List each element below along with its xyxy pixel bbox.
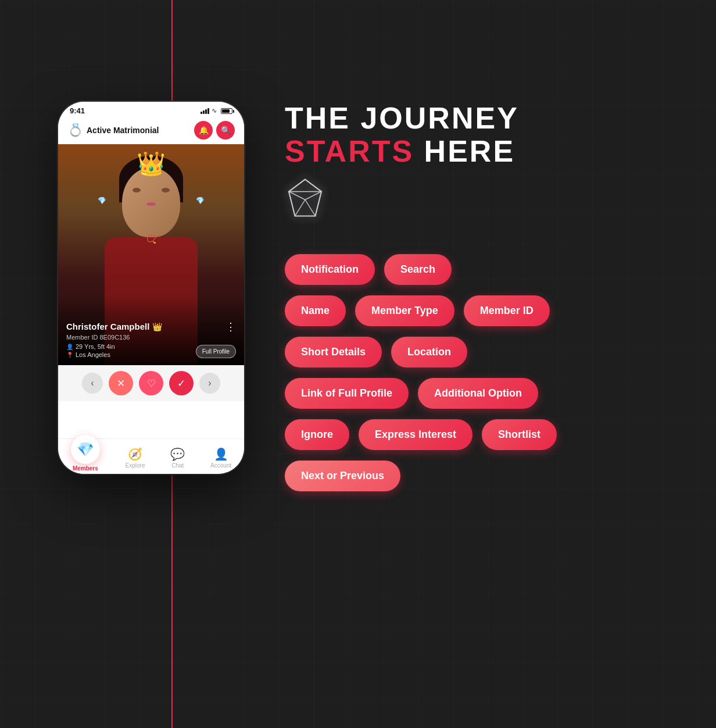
- name-pill[interactable]: Name: [285, 295, 346, 326]
- heart-action-button[interactable]: ♡: [139, 371, 163, 395]
- members-icon: 💎: [71, 435, 100, 464]
- app-title: Active Matrimonial: [87, 126, 159, 135]
- account-icon: 👤: [214, 447, 228, 461]
- svg-line-3: [295, 200, 306, 216]
- svg-marker-0: [289, 180, 321, 216]
- status-time: 9:41: [70, 106, 85, 115]
- check-action-button[interactable]: ✓: [169, 371, 194, 395]
- explore-icon: 🧭: [128, 447, 142, 461]
- profile-name-group: Christofer Campbell 👑: [66, 322, 162, 332]
- nav-account[interactable]: 👤 Account: [210, 447, 231, 469]
- app-header: 💍 Active Matrimonial 🔔 🔍: [58, 117, 244, 144]
- crown-decoration: 👑: [137, 150, 166, 177]
- next-button[interactable]: ›: [199, 373, 220, 394]
- nav-chat[interactable]: 💬 Chat: [170, 447, 185, 469]
- hero-line-1: THE JOURNEY: [285, 102, 681, 135]
- member-type-pill[interactable]: Member Type: [355, 295, 454, 326]
- ignore-action-button[interactable]: ✕: [109, 371, 133, 395]
- pills-row-4: Link of Full Profile Additional Option: [285, 378, 681, 409]
- profile-info-overlay: Christofer Campbell 👑 ⋮ Member ID 8E09C1…: [58, 297, 244, 365]
- full-profile-button[interactable]: Full Profile: [196, 345, 236, 358]
- necklace-icon: 📿: [146, 234, 156, 244]
- search-button[interactable]: 🔍: [216, 121, 235, 140]
- diamond-decoration: [285, 177, 681, 225]
- ignore-pill[interactable]: Ignore: [285, 419, 349, 450]
- header-icons: 🔔 🔍: [194, 121, 235, 140]
- chat-icon: 💬: [170, 447, 185, 461]
- face: [122, 167, 180, 237]
- shortlist-pill[interactable]: Shortlist: [482, 419, 557, 450]
- nav-members[interactable]: 💎 Members: [71, 444, 100, 472]
- explore-label: Explore: [126, 462, 145, 469]
- prev-button[interactable]: ‹: [82, 373, 103, 394]
- rings-icon: 💍: [67, 123, 83, 138]
- phone-frame: 9:41 ∿ 💍 Active Matrimonial: [58, 102, 244, 474]
- status-icons: ∿: [201, 107, 232, 115]
- svg-marker-1: [289, 180, 321, 200]
- signal-icon: [201, 108, 209, 114]
- profile-image-area: 👑 📿 💎 💎: [58, 144, 244, 365]
- members-label: Members: [73, 465, 98, 472]
- left-earring: 💎: [98, 197, 106, 205]
- location-icon: 📍: [66, 352, 73, 358]
- wifi-icon: ∿: [212, 107, 217, 115]
- profile-name: Christofer Campbell: [66, 322, 149, 331]
- app-logo: 💍 Active Matrimonial: [67, 123, 159, 138]
- right-content-area: THE JOURNEY STARTS HERE Notification Sea…: [285, 102, 681, 491]
- pills-row-1: Notification Search: [285, 254, 681, 285]
- nav-explore[interactable]: 🧭 Explore: [126, 447, 145, 469]
- more-options-icon[interactable]: ⋮: [225, 320, 236, 333]
- person-icon: 👤: [66, 344, 73, 350]
- account-label: Account: [210, 462, 231, 469]
- battery-icon: [221, 108, 232, 114]
- crown-badge: 👑: [152, 322, 162, 331]
- location-pill[interactable]: Location: [391, 337, 467, 367]
- notification-pill[interactable]: Notification: [285, 254, 375, 285]
- chat-label: Chat: [171, 462, 184, 469]
- pills-row-2: Name Member Type Member ID: [285, 295, 681, 326]
- short-details-pill[interactable]: Short Details: [285, 337, 382, 367]
- express-interest-pill[interactable]: Express Interest: [359, 419, 472, 450]
- additional-option-pill[interactable]: Additional Option: [418, 378, 538, 409]
- pills-row-6: Next or Previous: [285, 461, 681, 491]
- link-full-profile-pill[interactable]: Link of Full Profile: [285, 378, 409, 409]
- pills-row-5: Ignore Express Interest Shortlist: [285, 419, 681, 450]
- search-pill[interactable]: Search: [384, 254, 452, 285]
- member-id-text: Member ID 8E09C136: [66, 334, 236, 341]
- phone-status-bar: 9:41 ∿: [58, 102, 244, 117]
- features-pills-grid: Notification Search Name Member Type Mem…: [285, 254, 681, 491]
- svg-line-4: [305, 200, 316, 216]
- hero-starts-word: STARTS: [285, 134, 414, 168]
- next-previous-pill[interactable]: Next or Previous: [285, 461, 400, 491]
- hero-line-2: STARTS HERE: [285, 135, 681, 168]
- hero-here-word: HERE: [424, 134, 515, 168]
- profile-name-row: Christofer Campbell 👑 ⋮: [66, 320, 236, 333]
- action-buttons-row: ‹ ✕ ♡ ✓ ›: [58, 365, 244, 401]
- right-earring: 💎: [196, 197, 205, 205]
- phone-mockup: 9:41 ∿ 💍 Active Matrimonial: [58, 102, 244, 474]
- notification-button[interactable]: 🔔: [194, 121, 213, 140]
- pills-row-3: Short Details Location: [285, 337, 681, 367]
- hero-text: THE JOURNEY STARTS HERE: [285, 102, 681, 225]
- member-id-pill[interactable]: Member ID: [464, 295, 550, 326]
- bottom-navigation: 💎 Members 🧭 Explore 💬 Chat 👤 Account: [58, 438, 244, 474]
